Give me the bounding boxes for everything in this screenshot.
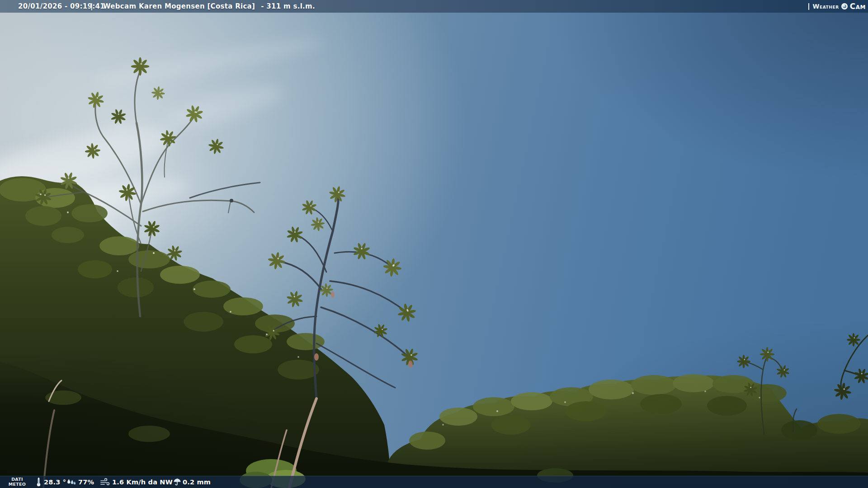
humidity-icon — [66, 479, 76, 488]
weather-data-bar: DATI METEO 28.3 ° 77% — [0, 476, 868, 488]
thermometer-icon — [36, 477, 42, 488]
rain-icon — [173, 478, 181, 488]
meteo-label-line1: DATI — [6, 477, 28, 482]
logo-cam-text: Cam — [850, 2, 866, 11]
weathercam-logo: Weather Cam — [808, 0, 866, 13]
forest-scene — [0, 0, 868, 488]
webcam-viewer: 20/01/2026 - 09:19:41 | Webcam Karen Mog… — [0, 0, 868, 488]
logo-divider — [808, 3, 809, 10]
camera-lens-icon — [841, 3, 848, 9]
humidity-value: 77% — [78, 479, 94, 486]
logo-weather-text: Weather — [813, 3, 839, 10]
wind-icon — [100, 478, 111, 488]
meteo-label-line2: METEO — [6, 482, 28, 487]
separator: | — [90, 2, 93, 10]
meteo-data-label: DATI METEO — [6, 477, 28, 487]
wind-value: 1.6 Km/h da NW — [112, 479, 173, 486]
camera-title: Webcam Karen Mogensen [Costa Rica] — [103, 2, 255, 10]
camera-title-group: Webcam Karen Mogensen [Costa Rica] - 311… — [103, 0, 315, 13]
top-info-bar: 20/01/2026 - 09:19:41 | Webcam Karen Mog… — [0, 0, 868, 13]
camera-altitude: - 311 m s.l.m. — [261, 2, 315, 10]
precipitation-value: 0.2 mm — [183, 479, 211, 486]
right-canopy — [387, 333, 868, 488]
temperature-value: 28.3 ° — [44, 479, 66, 486]
